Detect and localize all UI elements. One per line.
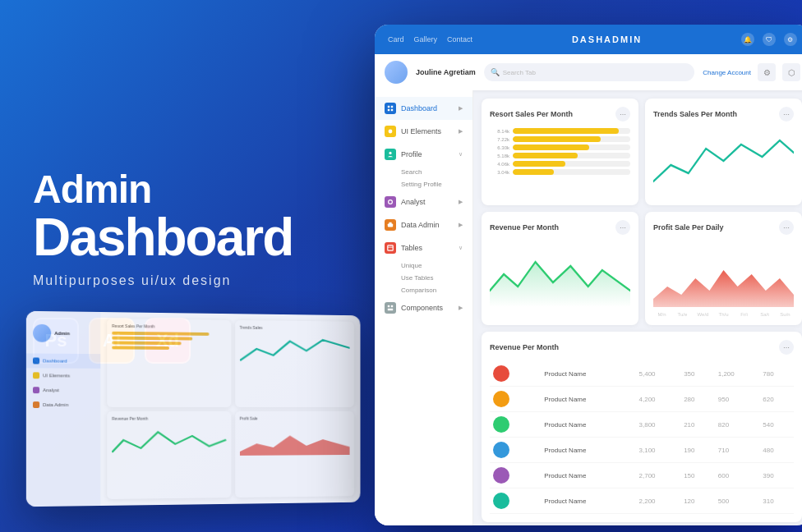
- trend-chart-card: Trends Sales Per Month ⋯: [645, 99, 802, 205]
- small-card-profit-title: Profit Sale: [239, 415, 349, 420]
- col2-2: 280: [680, 387, 715, 412]
- bar-row-4: 5.18k: [490, 153, 630, 158]
- header-share-btn[interactable]: ⬡: [782, 63, 800, 81]
- search-box[interactable]: 🔍 Search Tab: [484, 63, 695, 81]
- subtitle: Multipurposes ui/ux design: [33, 273, 320, 288]
- topbar-card[interactable]: Card: [388, 35, 404, 44]
- revenue-month-menu[interactable]: ⋯: [615, 220, 630, 235]
- small-nav-data[interactable]: Data Admin: [26, 397, 100, 412]
- svg-marker-0: [239, 435, 349, 456]
- sidebar-item-analyst[interactable]: Analyst ▶: [375, 190, 472, 213]
- avatar-3: [493, 416, 509, 433]
- profit-daily-menu[interactable]: ⋯: [779, 220, 794, 235]
- settings-icon[interactable]: ⚙: [784, 33, 797, 46]
- col4-5: 390: [759, 463, 794, 488]
- small-card-bar: Resort Sales Per Month: [107, 319, 231, 407]
- svg-point-6: [389, 152, 391, 154]
- sidebar-sub-setting[interactable]: Setting Profile: [375, 178, 472, 190]
- svg-rect-10: [388, 245, 393, 250]
- svg-rect-13: [391, 305, 393, 307]
- small-nav-dashboard[interactable]: Dashboard: [26, 353, 100, 368]
- col2-1: 350: [680, 361, 715, 387]
- col2-3: 210: [680, 412, 715, 438]
- sidebar-item-components[interactable]: Components ▶: [375, 296, 472, 319]
- cards-row-2: Revenue Per Month ⋯: [482, 212, 802, 325]
- small-sidebar: Admin Dashboard UI Elements Analyst Data…: [26, 311, 100, 507]
- sidebar-item-tables[interactable]: Tables ∨: [375, 236, 472, 259]
- components-icon: [385, 302, 396, 314]
- sidebar-dataadmin-label: Data Admin: [401, 221, 440, 229]
- product-name-1: Product Name: [541, 361, 635, 387]
- profile-chevron: ∨: [459, 151, 463, 158]
- sidebar-item-dashboard[interactable]: Dashboard ▶: [375, 97, 472, 120]
- bell-icon[interactable]: 🔔: [741, 33, 754, 46]
- col3-1: 1,200: [715, 361, 760, 387]
- small-main: Resort Sales Per Month Trends Sales Reve…: [100, 312, 360, 506]
- title-dashboard: Dashboard: [33, 211, 320, 264]
- profit-svg: [653, 241, 794, 307]
- revenue-table-card: Revenue Per Month ⋯ Product Name 5,400 3…: [482, 332, 802, 522]
- table-row: Product Name 2,700 150 600 390: [490, 463, 794, 488]
- sidebar-components-label: Components: [401, 304, 443, 312]
- trend-svg: [653, 128, 794, 194]
- sidebar-item-profile[interactable]: Profile ∨: [375, 143, 472, 166]
- small-avatar: [33, 324, 51, 342]
- sidebar: Dashboard ▶ UI Elements ▶ Profile ∨ Sear…: [375, 90, 473, 525]
- revenue-table-title: Revenue Per Month: [490, 343, 559, 351]
- bar-label-3: 6.30k: [490, 145, 509, 150]
- col3-6: 500: [715, 488, 760, 514]
- sidebar-sub-unique[interactable]: Unique: [375, 259, 472, 272]
- table-row: Product Name 3,100 190 710 480: [490, 438, 794, 463]
- svg-rect-2: [391, 106, 393, 108]
- svg-point-5: [389, 130, 393, 134]
- product-name-4: Product Name: [541, 438, 635, 463]
- change-account-link[interactable]: Change Account: [703, 69, 751, 76]
- revenue-month-title: Revenue Per Month: [490, 223, 559, 232]
- topbar-icons: 🔔 🛡 ⚙: [741, 33, 797, 46]
- sidebar-item-dataadmin[interactable]: Data Admin ▶: [375, 213, 472, 236]
- header: Jouline Agretiam 🔍 Search Tab Change Acc…: [375, 54, 802, 90]
- bar-chart-menu[interactable]: ⋯: [615, 107, 630, 122]
- search-placeholder: Search Tab: [503, 69, 536, 76]
- sidebar-ui-label: UI Elements: [401, 127, 441, 135]
- header-settings-btn[interactable]: ⚙: [758, 63, 776, 81]
- revenue-month-card: Revenue Per Month ⋯: [482, 212, 638, 325]
- sidebar-sub-comparison[interactable]: Comparison: [375, 284, 472, 296]
- cards-row-1: Resort Sales Per Month ⋯ 8.14k 7.22k: [482, 99, 802, 205]
- shield-icon[interactable]: 🛡: [763, 33, 776, 46]
- svg-point-7: [389, 200, 393, 204]
- bar-label-5: 4.06k: [490, 162, 509, 167]
- profit-daily-card: Profit Sale Per Daily ⋯ M/n: [645, 212, 802, 325]
- bar-chart-header: Resort Sales Per Month ⋯: [490, 107, 630, 122]
- revenue-table-menu[interactable]: ⋯: [779, 340, 794, 355]
- dashboard-arrow: ▶: [459, 105, 463, 112]
- col1-3: 3,800: [636, 412, 681, 438]
- sidebar-sub-search[interactable]: Search: [375, 166, 472, 178]
- topbar-contact[interactable]: Contact: [447, 35, 472, 44]
- bar-chart-card: Resort Sales Per Month ⋯ 8.14k 7.22k: [482, 99, 638, 205]
- svg-rect-14: [388, 309, 393, 310]
- sidebar-dashboard-label: Dashboard: [401, 104, 437, 112]
- col2-5: 150: [680, 463, 715, 488]
- product-name-2: Product Name: [541, 387, 635, 412]
- small-nav-analyst[interactable]: Analyst: [26, 383, 100, 397]
- trend-chart-title: Trends Sales Per Month: [653, 110, 737, 118]
- col1-1: 5,400: [636, 361, 681, 387]
- header-right: Change Account ⚙ ⬡: [703, 63, 800, 81]
- table-row: Product Name 4,200 280 950 620: [490, 387, 794, 412]
- avatar-4: [493, 442, 509, 458]
- bar-chart: 8.14k 7.22k 6.30k 5.18k: [490, 128, 630, 175]
- topbar-gallery[interactable]: Gallery: [414, 35, 438, 44]
- small-nav-ui[interactable]: UI Elements: [26, 368, 100, 383]
- table-row: Product Name 3,800 210 820 540: [490, 412, 794, 438]
- sidebar-item-ui[interactable]: UI Elements ▶: [375, 120, 472, 143]
- trend-chart-header: Trends Sales Per Month ⋯: [653, 107, 794, 122]
- col4-2: 620: [759, 387, 794, 412]
- col3-3: 820: [715, 412, 760, 438]
- profit-daily-header: Profit Sale Per Daily ⋯: [653, 220, 794, 235]
- content-area: Resort Sales Per Month ⋯ 8.14k 7.22k: [473, 90, 802, 525]
- table-row: Product Name 5,400 350 1,200 780: [490, 361, 794, 387]
- tables-icon: [385, 242, 396, 254]
- sidebar-sub-usetables[interactable]: Use Tables: [375, 272, 472, 284]
- trend-chart-menu[interactable]: ⋯: [779, 107, 794, 122]
